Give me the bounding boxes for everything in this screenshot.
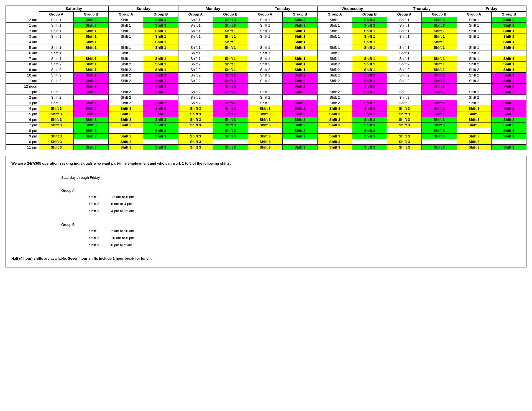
schedule-cell — [318, 84, 352, 89]
schedule-cell: Shift 3 — [213, 117, 248, 122]
schedule-cell: Shift 3 — [282, 128, 317, 134]
schedule-cell — [318, 39, 352, 45]
schedule-cell: Shift 2 — [491, 106, 526, 111]
schedule-cell: Shift 1 — [74, 34, 109, 39]
schedule-cell — [248, 84, 282, 89]
thu-group-b: Group B — [422, 12, 457, 17]
schedule-cell: Shift 1 — [352, 62, 387, 67]
friday-header: Friday — [457, 6, 526, 12]
schedule-cell — [352, 50, 387, 56]
schedule-cell — [352, 139, 387, 145]
schedule-cell — [178, 84, 213, 89]
main-container: Saturday Sunday Monday Tuesday Wednesday… — [6, 6, 526, 267]
schedule-cell: Shift 3 — [74, 128, 109, 134]
schedule-cell: Shift 2 — [109, 78, 143, 84]
time-label: 1 pm — [6, 89, 39, 95]
schedule-cell: Shift 1 — [109, 17, 143, 23]
schedule-cell: Shift 3 — [318, 111, 352, 117]
schedule-cell: Shift 3 — [213, 23, 248, 28]
schedule-cell: Shift 2 — [39, 73, 73, 78]
schedule-cell: Shift 3 — [491, 128, 526, 134]
schedule-cell: Shift 3 — [457, 145, 491, 150]
schedule-cell: Shift 3 — [248, 134, 282, 139]
schedule-cell: Shift 2 — [387, 73, 422, 78]
schedule-cell: Shift 3 — [282, 23, 317, 28]
schedule-cell: Shift 2 — [457, 62, 491, 67]
schedule-cell: Shift 1 — [248, 28, 282, 34]
schedule-cell — [352, 95, 387, 100]
schedule-cell: Shift 3 — [457, 139, 491, 145]
schedule-cell: Shift 1 — [143, 39, 178, 45]
date-range: Saturday through Friday — [61, 174, 521, 181]
schedule-cell: Shift 1 — [282, 45, 317, 50]
schedule-cell: Shift 3 — [387, 117, 422, 122]
group-a-shift-row: Shift 28 am to 4 pm — [89, 201, 521, 207]
schedule-cell: Shift 1 — [74, 45, 109, 50]
schedule-cell: Shift 3 — [178, 106, 213, 111]
schedule-cell: Shift 1 — [213, 45, 248, 50]
schedule-cell: Shift 1 — [109, 56, 143, 62]
schedule-cell: Shift 2 — [178, 95, 213, 100]
sat-group-a: Group A — [39, 12, 73, 17]
schedule-cell: Shift 2 — [213, 73, 248, 78]
schedule-cell: Shift 2 — [248, 62, 282, 67]
schedule-cell: Shift 1 — [318, 34, 352, 39]
sun-group-b: Group B — [143, 12, 178, 17]
schedule-cell: Shift 1 — [282, 39, 317, 45]
schedule-cell: Shift 1 — [143, 45, 178, 50]
schedule-cell: Shift 3 — [178, 139, 213, 145]
mon-group-b: Group B — [213, 12, 248, 17]
schedule-cell: Shift 3 — [74, 134, 109, 139]
schedule-cell: Shift 1 — [352, 28, 387, 34]
schedule-cell: Shift 3 — [178, 145, 213, 150]
schedule-cell — [282, 50, 317, 56]
schedule-cell: Shift 1 — [39, 28, 73, 34]
info-box: We are a 24/7/365 operation seeking indi… — [6, 156, 526, 267]
schedule-cell — [74, 50, 109, 56]
time-label: 2 pm — [6, 95, 39, 100]
schedule-cell: Shift 1 — [387, 50, 422, 56]
schedule-cell: Shift 2 — [143, 73, 178, 78]
schedule-cell: Shift 2 — [213, 78, 248, 84]
schedule-cell: Shift 2 — [282, 111, 317, 117]
schedule-cell: Shift 1 — [491, 28, 526, 34]
schedule-cell — [143, 50, 178, 56]
schedule-cell: Shift 3 — [213, 17, 248, 23]
schedule-cell: Shift 2 — [457, 67, 491, 73]
schedule-cell: Shift 1 — [387, 23, 422, 28]
time-label: 11 am — [6, 78, 39, 84]
schedule-cell: Shift 1 — [178, 56, 213, 62]
schedule-cell: Shift 2 — [109, 67, 143, 73]
schedule-cell: Shift 3 — [491, 17, 526, 23]
group-b-shift-row: Shift 12 am to 10 am — [89, 228, 521, 234]
schedule-cell — [491, 139, 526, 145]
schedule-cell: Shift 1 — [422, 62, 457, 67]
schedule-cell: Shift 3 — [213, 128, 248, 134]
wednesday-header: Wednesday — [318, 6, 387, 12]
schedule-cell: Shift 1 — [318, 23, 352, 28]
schedule-cell: Shift 2 — [143, 100, 178, 106]
schedule-cell — [457, 84, 491, 89]
schedule-cell: Shift 3 — [248, 117, 282, 122]
schedule-cell: Shift 3 — [143, 17, 178, 23]
schedule-cell: Shift 1 — [178, 34, 213, 39]
schedule-cell: Shift 2 — [491, 100, 526, 106]
schedule-cell: Shift 2 — [387, 62, 422, 67]
schedule-cell: Shift 3 — [352, 23, 387, 28]
group-a-label: Group A — [61, 187, 521, 194]
schedule-cell: Shift 1 — [39, 56, 73, 62]
schedule-cell: Shift 2 — [387, 67, 422, 73]
schedule-cell: Shift 2 — [282, 78, 317, 84]
schedule-cell: Shift 2 — [248, 67, 282, 73]
shift-time: 4 pm to 12 am — [111, 208, 134, 214]
schedule-cell: Shift 3 — [39, 117, 73, 122]
schedule-cell: Shift 3 — [422, 134, 457, 139]
schedule-cell — [74, 95, 109, 100]
schedule-cell: Shift 1 — [352, 39, 387, 45]
time-label: 5 pm — [6, 111, 39, 117]
schedule-cell: Shift 2 — [422, 84, 457, 89]
schedule-cell: Shift 2 — [178, 73, 213, 78]
schedule-cell: Shift 1 — [457, 23, 491, 28]
schedule-cell: Shift 3 — [178, 134, 213, 139]
schedule-cell: Shift 1 — [318, 50, 352, 56]
